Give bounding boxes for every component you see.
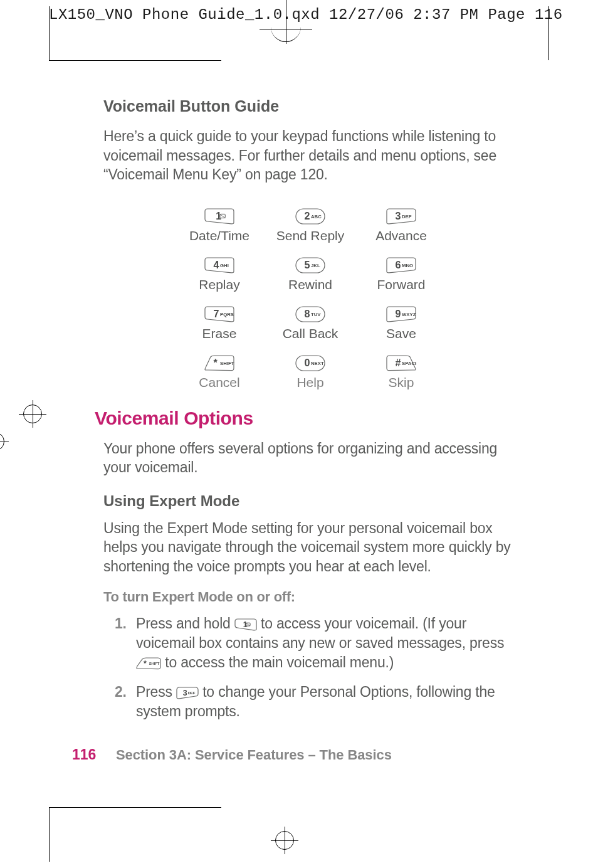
paragraph-button-guide: Here’s a quick guide to your keypad func… bbox=[103, 127, 517, 184]
key-label: Forward bbox=[360, 277, 442, 292]
svg-text:DEF: DEF bbox=[188, 691, 196, 695]
keypad-key: 4GHIReplay bbox=[179, 257, 260, 292]
svg-text:8: 8 bbox=[304, 308, 310, 319]
svg-text:NEXT: NEXT bbox=[311, 361, 324, 366]
keypad-key: 0NEXTHelp bbox=[270, 355, 351, 390]
keypad-key: 9WXYZSave bbox=[360, 306, 442, 341]
crop-rule bbox=[49, 808, 50, 862]
step-item: 1.Press and hold 1 to access your voicem… bbox=[115, 614, 517, 672]
registration-mark-icon bbox=[0, 428, 9, 455]
steps-list: 1.Press and hold 1 to access your voicem… bbox=[115, 614, 517, 721]
key-#-icon: #SPACE bbox=[360, 355, 442, 371]
section-label: Section 3A: Service Features – The Basic… bbox=[116, 747, 392, 763]
svg-text:1: 1 bbox=[216, 210, 221, 221]
keypad-key: 6MNOForward bbox=[360, 257, 442, 292]
keypad-key: 7PQRSErase bbox=[179, 306, 260, 341]
svg-text:3: 3 bbox=[183, 689, 187, 697]
step-number: 1. bbox=[115, 614, 136, 672]
key-8-icon: 8TUV bbox=[270, 306, 351, 322]
svg-text:JKL: JKL bbox=[311, 263, 320, 268]
keypad-grid: 1Date/Time2ABCSend Reply3DEFAdvance4GHIR… bbox=[179, 208, 442, 390]
step-item: 2.Press 3DEF to change your Personal Opt… bbox=[115, 682, 517, 721]
svg-text:*: * bbox=[144, 659, 147, 668]
step-text: Press and hold 1 to access your voicemai… bbox=[136, 614, 517, 672]
registration-mark-icon bbox=[271, 11, 301, 42]
key-label: Erase bbox=[179, 326, 260, 341]
svg-text:GHI: GHI bbox=[220, 263, 229, 268]
key-label: Save bbox=[360, 326, 442, 341]
svg-text:PQRS: PQRS bbox=[220, 312, 234, 317]
svg-text:SPACE: SPACE bbox=[402, 361, 416, 366]
key-2-icon: 2ABC bbox=[270, 208, 351, 225]
key-5-icon: 5JKL bbox=[270, 257, 351, 273]
key-3-icon: 3DEF bbox=[360, 208, 442, 225]
heading-voicemail-options: Voicemail Options bbox=[95, 408, 517, 429]
svg-text:DEF: DEF bbox=[402, 214, 412, 220]
key-label: Cancel bbox=[179, 375, 260, 390]
key-label: Rewind bbox=[270, 277, 351, 292]
key-label: Date/Time bbox=[179, 228, 260, 243]
step-number: 2. bbox=[115, 682, 136, 721]
svg-text:TUV: TUV bbox=[311, 312, 321, 317]
svg-text:*: * bbox=[213, 357, 218, 368]
key-label: Call Back bbox=[270, 326, 351, 341]
crop-rule bbox=[49, 60, 221, 61]
keypad-key: *SHIFTCancel bbox=[179, 355, 260, 390]
key-1-icon: 1 bbox=[179, 208, 260, 225]
key-*-icon: *SHIFT bbox=[179, 355, 260, 371]
inline-key-icon: 3DEF bbox=[176, 687, 199, 699]
inline-key-icon: 1 bbox=[234, 618, 257, 631]
svg-text:MNO: MNO bbox=[402, 263, 413, 268]
key-label: Help bbox=[270, 375, 351, 390]
key-9-icon: 9WXYZ bbox=[360, 306, 442, 322]
svg-text:2: 2 bbox=[304, 210, 310, 221]
crop-rule bbox=[548, 6, 549, 60]
keypad-key: 8TUVCall Back bbox=[270, 306, 351, 341]
registration-mark-icon bbox=[271, 827, 298, 854]
heading-expert-mode: Using Expert Mode bbox=[103, 492, 517, 510]
key-label: Send Reply bbox=[270, 228, 351, 243]
key-7-icon: 7PQRS bbox=[179, 306, 260, 322]
svg-text:ABC: ABC bbox=[311, 214, 322, 220]
svg-text:9: 9 bbox=[395, 308, 401, 319]
svg-text:#: # bbox=[395, 357, 401, 368]
keypad-key: 2ABCSend Reply bbox=[270, 208, 351, 243]
svg-text:6: 6 bbox=[395, 259, 401, 270]
keypad-key: #SPACESkip bbox=[360, 355, 442, 390]
svg-text:5: 5 bbox=[304, 259, 310, 270]
svg-text:3: 3 bbox=[395, 210, 401, 221]
page-footer: 116 Section 3A: Service Features – The B… bbox=[72, 746, 392, 763]
inline-key-icon: *SHIFT bbox=[136, 657, 161, 670]
subhead-expert-toggle: To turn Expert Mode on or off: bbox=[103, 589, 517, 605]
paragraph-expert: Using the Expert Mode setting for your p… bbox=[103, 519, 517, 576]
page-content: Voicemail Button Guide Here’s a quick gu… bbox=[103, 97, 517, 731]
svg-text:SHIFT: SHIFT bbox=[149, 662, 160, 665]
key-label: Replay bbox=[179, 277, 260, 292]
keypad-key: 3DEFAdvance bbox=[360, 208, 442, 243]
keypad-key: 1Date/Time bbox=[179, 208, 260, 243]
registration-mark-icon bbox=[19, 400, 46, 428]
crop-rule bbox=[49, 6, 50, 60]
svg-text:4: 4 bbox=[213, 259, 219, 270]
key-label: Advance bbox=[360, 228, 442, 243]
key-4-icon: 4GHI bbox=[179, 257, 260, 273]
key-label: Skip bbox=[360, 375, 442, 390]
file-slug: LX150_VNO Phone Guide_1.0.qxd 12/27/06 2… bbox=[49, 6, 563, 23]
svg-text:0: 0 bbox=[304, 357, 310, 368]
step-text: Press 3DEF to change your Personal Optio… bbox=[136, 682, 517, 721]
heading-button-guide: Voicemail Button Guide bbox=[103, 97, 517, 115]
svg-text:7: 7 bbox=[213, 308, 219, 319]
svg-text:SHIFT: SHIFT bbox=[220, 361, 234, 366]
key-0-icon: 0NEXT bbox=[270, 355, 351, 371]
key-6-icon: 6MNO bbox=[360, 257, 442, 273]
paragraph-options: Your phone offers several options for or… bbox=[103, 439, 517, 477]
keypad-key: 5JKLRewind bbox=[270, 257, 351, 292]
page-number: 116 bbox=[72, 746, 116, 763]
crop-rule bbox=[49, 807, 221, 808]
svg-text:WXYZ: WXYZ bbox=[402, 312, 416, 317]
svg-text:1: 1 bbox=[243, 620, 248, 629]
